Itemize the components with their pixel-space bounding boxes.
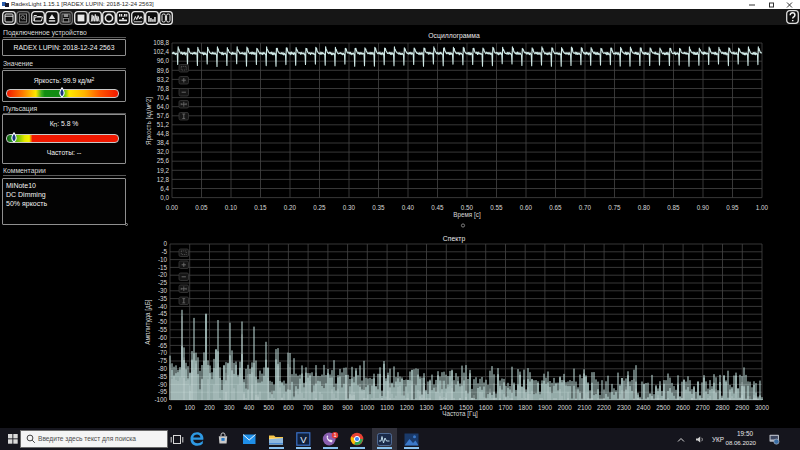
svg-text:2300: 2300	[617, 404, 632, 411]
svg-text:-25: -25	[158, 279, 168, 286]
svg-text:6,4: 6,4	[160, 185, 169, 192]
svg-text:1000: 1000	[360, 404, 375, 411]
svg-text:0.10: 0.10	[225, 204, 238, 211]
svg-text:Амплитуда [дБ]: Амплитуда [дБ]	[144, 299, 152, 345]
svg-text:0.55: 0.55	[490, 204, 503, 211]
svg-text:-100: -100	[154, 396, 167, 403]
svg-text:Спектр: Спектр	[443, 235, 466, 243]
svg-text:1800: 1800	[518, 404, 533, 411]
svg-text:500: 500	[263, 404, 274, 411]
svg-text:83,2: 83,2	[157, 76, 170, 83]
svg-text:100: 100	[184, 404, 195, 411]
svg-text:0.35: 0.35	[372, 204, 385, 211]
svg-text:2900: 2900	[735, 404, 750, 411]
svg-text:-60: -60	[158, 334, 168, 341]
svg-text:-5: -5	[161, 248, 167, 255]
svg-text:2400: 2400	[637, 404, 652, 411]
svg-text:-10: -10	[158, 256, 168, 263]
svg-text:0.45: 0.45	[431, 204, 444, 211]
svg-text:-80: -80	[158, 365, 168, 372]
svg-text:38,4: 38,4	[157, 139, 170, 146]
svg-text:51,2: 51,2	[157, 121, 170, 128]
svg-text:-35: -35	[158, 295, 168, 302]
svg-text:76,8: 76,8	[157, 85, 170, 92]
svg-text:0.20: 0.20	[284, 204, 297, 211]
svg-text:0.90: 0.90	[697, 204, 710, 211]
svg-text:1: 1	[333, 432, 336, 438]
svg-text:0.75: 0.75	[608, 204, 621, 211]
svg-text:0.60: 0.60	[520, 204, 533, 211]
svg-text:25,6: 25,6	[157, 157, 170, 164]
svg-text:-30: -30	[158, 287, 168, 294]
svg-text:1700: 1700	[498, 404, 513, 411]
svg-text:0,0: 0,0	[160, 194, 169, 201]
svg-text:Осциллограмма: Осциллограмма	[428, 32, 480, 40]
svg-text:300: 300	[224, 404, 235, 411]
svg-text:0.00: 0.00	[166, 204, 179, 211]
svg-text:3000: 3000	[755, 404, 770, 411]
svg-text:0.95: 0.95	[726, 204, 739, 211]
svg-text:2000: 2000	[558, 404, 573, 411]
svg-text:900: 900	[342, 404, 353, 411]
svg-text:-85: -85	[158, 373, 168, 380]
svg-text:0.30: 0.30	[343, 204, 356, 211]
svg-text:96,0: 96,0	[157, 57, 170, 64]
svg-text:0.50: 0.50	[461, 204, 474, 211]
svg-text:-45: -45	[158, 310, 168, 317]
svg-text:Частота [Гц]: Частота [Гц]	[442, 410, 478, 418]
svg-text:700: 700	[303, 404, 314, 411]
svg-text:19,2: 19,2	[157, 167, 170, 174]
svg-text:89,6: 89,6	[157, 67, 170, 74]
svg-text:0.85: 0.85	[667, 204, 680, 211]
svg-text:12,8: 12,8	[157, 176, 170, 183]
svg-text:1300: 1300	[419, 404, 434, 411]
svg-text:-55: -55	[158, 326, 168, 333]
svg-text:0.65: 0.65	[549, 204, 562, 211]
svg-text:200: 200	[204, 404, 215, 411]
svg-text:64,0: 64,0	[157, 103, 170, 110]
svg-text:-15: -15	[158, 264, 168, 271]
svg-text:600: 600	[283, 404, 294, 411]
svg-text:1.00: 1.00	[756, 204, 769, 211]
svg-text:Яркость [кд/м^2]: Яркость [кд/м^2]	[145, 97, 153, 145]
svg-text:44,8: 44,8	[157, 130, 170, 137]
svg-text:0: 0	[163, 240, 167, 247]
svg-text:2200: 2200	[597, 404, 612, 411]
svg-text:0.05: 0.05	[195, 204, 208, 211]
svg-text:1900: 1900	[538, 404, 553, 411]
svg-text:-75: -75	[158, 357, 168, 364]
svg-text:Время [с]: Время [с]	[453, 211, 481, 219]
svg-text:2500: 2500	[656, 404, 671, 411]
svg-text:800: 800	[323, 404, 334, 411]
svg-text:-50: -50	[158, 318, 168, 325]
svg-text:1200: 1200	[400, 404, 415, 411]
svg-text:V: V	[300, 434, 307, 445]
svg-text:0.70: 0.70	[579, 204, 592, 211]
svg-text:102,4: 102,4	[153, 48, 169, 55]
svg-text:2100: 2100	[577, 404, 592, 411]
svg-text:-95: -95	[158, 388, 168, 395]
svg-text:108,8: 108,8	[153, 39, 169, 46]
svg-text:70,4: 70,4	[157, 94, 170, 101]
svg-text:-65: -65	[158, 342, 168, 349]
svg-text:0.15: 0.15	[254, 204, 267, 211]
svg-text:32,0: 32,0	[157, 148, 170, 155]
svg-text:-70: -70	[158, 349, 168, 356]
svg-text:0: 0	[168, 404, 172, 411]
svg-text:-20: -20	[158, 271, 168, 278]
svg-text:2700: 2700	[696, 404, 711, 411]
svg-text:2800: 2800	[715, 404, 730, 411]
svg-text:1100: 1100	[380, 404, 394, 411]
svg-text:0.40: 0.40	[402, 204, 415, 211]
svg-text:400: 400	[244, 404, 255, 411]
svg-text:-90: -90	[158, 381, 168, 388]
svg-text:0.25: 0.25	[313, 204, 326, 211]
svg-text:2600: 2600	[676, 404, 691, 411]
svg-text:1600: 1600	[479, 404, 494, 411]
svg-text:-40: -40	[158, 303, 168, 310]
svg-text:0.80: 0.80	[638, 204, 651, 211]
svg-text:57,6: 57,6	[157, 112, 170, 119]
